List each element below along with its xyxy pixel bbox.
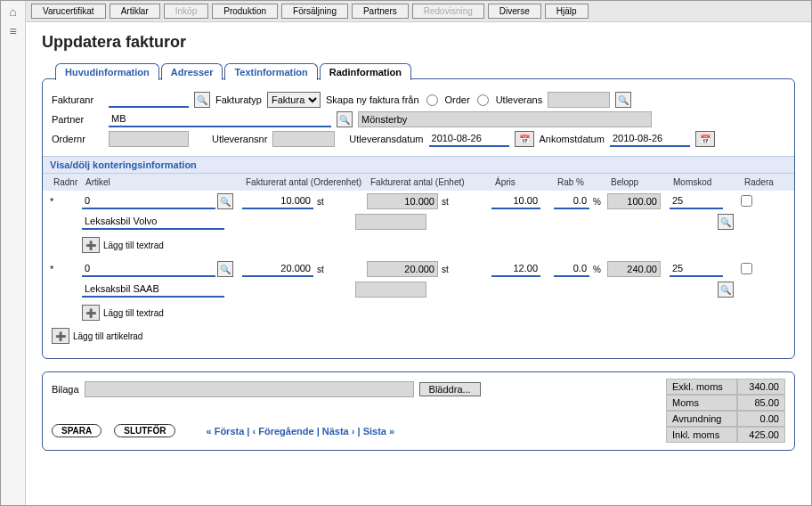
bilaga-label: Bilaga (52, 384, 79, 395)
exkl-label: Exkl. moms (666, 379, 737, 395)
footer-panel: Bilaga Bläddra... SPARA SLUTFÖR « Första… (42, 371, 795, 451)
fakt-ord-input[interactable] (242, 261, 313, 277)
home-icon[interactable]: ⌂ (9, 4, 16, 19)
partner-label: Partner (52, 114, 103, 125)
menu-produktion[interactable]: Produktion (212, 4, 278, 19)
utleveransdatum-label: Utleveransdatum (349, 134, 423, 144)
skapa-label: Skapa ny faktura från (326, 94, 419, 105)
fakturatyp-label: Fakturatyp (215, 94, 262, 105)
radera-checkbox[interactable] (741, 195, 752, 207)
table-row: * 🔍 st st % (43, 258, 794, 280)
add-artikelrad-icon[interactable]: ➕ (52, 328, 69, 344)
utleveransnr-input (272, 131, 335, 147)
inkl-value: 425.00 (737, 427, 785, 443)
nav-prev[interactable]: ‹ Föregående (252, 426, 313, 437)
menu-hjalp[interactable]: Hjälp (545, 4, 589, 19)
belopp-input (607, 261, 661, 277)
add-textrad-link[interactable]: ➕ Lägg till textrad (82, 237, 164, 253)
tab-adresser[interactable]: Adresser (161, 63, 223, 80)
partner-name-input (358, 111, 652, 127)
tab-textinformation[interactable]: Textinformation (224, 63, 317, 80)
hdr-radnr: Radnr (50, 175, 82, 189)
artikel-search-icon[interactable]: 🔍 (217, 261, 233, 277)
bilaga-input[interactable] (85, 381, 414, 397)
menu-icon[interactable]: ≡ (9, 24, 16, 38)
ankomstdatum-input[interactable] (610, 131, 690, 147)
menu-inkop[interactable]: Inköp (164, 4, 208, 19)
fakt-ord-input[interactable] (242, 193, 313, 209)
ordernr-label: Ordernr (52, 134, 103, 144)
percent-label: % (593, 197, 601, 207)
artikel-search-icon[interactable]: 🔍 (217, 193, 233, 209)
hdr-fakt-ord: Fakturerat antal (Orderenhet) (242, 175, 367, 189)
add-textrad-icon[interactable]: ➕ (82, 305, 100, 321)
artikel-input[interactable] (82, 193, 215, 209)
bladdra-button[interactable]: Bläddra... (419, 382, 481, 396)
menu-varucertifikat[interactable]: Varucertifikat (31, 4, 106, 19)
menubar: Varucertifikat Artiklar Inköp Produktion… (26, 1, 811, 22)
artikel-name-input[interactable] (82, 282, 224, 298)
utleverans-input[interactable] (548, 92, 610, 108)
fakt-enh-input (367, 193, 438, 209)
moms-value: 85.00 (737, 395, 785, 411)
tab-radinformation[interactable]: Radinformation (320, 63, 411, 80)
moms-label: Moms (666, 395, 737, 411)
nav-first[interactable]: « Första (206, 426, 244, 437)
rab-input[interactable] (554, 261, 589, 277)
radnr-cell: * (50, 196, 82, 207)
add-textrad-icon[interactable]: ➕ (82, 237, 100, 253)
ankomstdatum-label: Ankomstdatum (540, 134, 605, 144)
apris-input[interactable] (491, 193, 540, 209)
rab-input[interactable] (554, 193, 589, 209)
main-panel: Huvudinformation Adresser Textinformatio… (42, 78, 795, 359)
nav-next[interactable]: Nästa › (322, 426, 355, 437)
kontering-header[interactable]: Visa/dölj konteringsinformation (43, 156, 794, 174)
spara-button[interactable]: SPARA (52, 424, 102, 437)
tab-huvudinformation[interactable]: Huvudinformation (55, 63, 159, 80)
fakturanr-search-icon[interactable]: 🔍 (194, 92, 210, 108)
percent-label: % (593, 265, 601, 274)
fakturatyp-select[interactable]: Faktura (267, 92, 321, 108)
menu-diverse[interactable]: Diverse (488, 4, 541, 19)
utleverans-radio[interactable] (477, 94, 489, 106)
menu-redovisning[interactable]: Redovisning (412, 4, 484, 19)
unit-label: st (317, 197, 324, 207)
add-textrad-link[interactable]: ➕ Lägg till textrad (82, 305, 164, 321)
artikel-name-input[interactable] (82, 214, 224, 230)
hdr-artikel: Artikel (82, 175, 242, 189)
momskod-input[interactable] (670, 261, 723, 277)
table-row: * 🔍 st st % (43, 191, 794, 212)
page-title: Uppdatera fakturor (42, 33, 795, 52)
utleveransdatum-calendar-icon[interactable]: 📅 (515, 131, 534, 147)
hdr-fakt-enh: Fakturerat antal (Enhet) (367, 175, 491, 189)
menu-partners[interactable]: Partners (352, 4, 409, 19)
moms-search-icon[interactable]: 🔍 (718, 282, 734, 298)
menu-artiklar[interactable]: Artiklar (110, 4, 160, 19)
apris-input[interactable] (491, 261, 540, 277)
avr-value: 0.00 (737, 411, 785, 427)
artikel-input[interactable] (82, 261, 215, 277)
order-label: Order (445, 94, 470, 105)
ankomstdatum-calendar-icon[interactable]: 📅 (695, 131, 715, 147)
avr-label: Avrundning (666, 411, 737, 427)
radera-checkbox[interactable] (741, 263, 752, 274)
slutfor-button[interactable]: SLUTFÖR (114, 424, 175, 437)
add-artikelrad-link[interactable]: ➕ Lägg till artikelrad (52, 328, 142, 344)
utleveransdatum-input[interactable] (429, 131, 509, 147)
hdr-rab: Rab % (554, 175, 607, 189)
unit-label: st (317, 265, 324, 274)
inkl-label: Inkl. moms (666, 427, 737, 443)
moms-search-icon[interactable]: 🔍 (718, 214, 734, 230)
momskod-input[interactable] (670, 193, 723, 209)
partner-code-input[interactable] (109, 111, 331, 127)
partner-search-icon[interactable]: 🔍 (337, 111, 353, 127)
unit-label: st (442, 265, 449, 274)
fakturanr-input[interactable] (109, 92, 189, 108)
utleverans-search-icon[interactable]: 🔍 (615, 92, 631, 108)
exkl-value: 340.00 (737, 379, 785, 395)
order-radio[interactable] (426, 94, 438, 106)
nav-last[interactable]: Sista » (363, 426, 394, 437)
menu-forsaljning[interactable]: Försäljning (281, 4, 348, 19)
hdr-apris: Ápris (491, 175, 554, 189)
hdr-radera: Radera (741, 175, 785, 189)
